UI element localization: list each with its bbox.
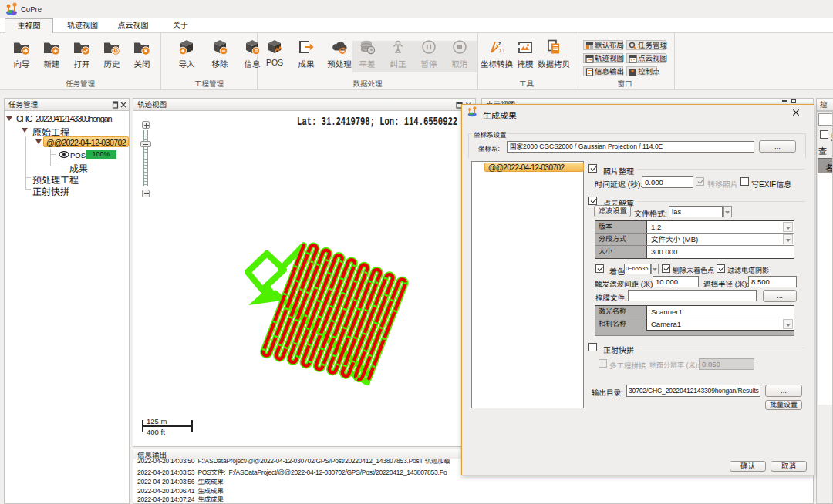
svg-text:1↓: 1↓ [499, 48, 504, 53]
svg-text:z: z [498, 41, 501, 46]
